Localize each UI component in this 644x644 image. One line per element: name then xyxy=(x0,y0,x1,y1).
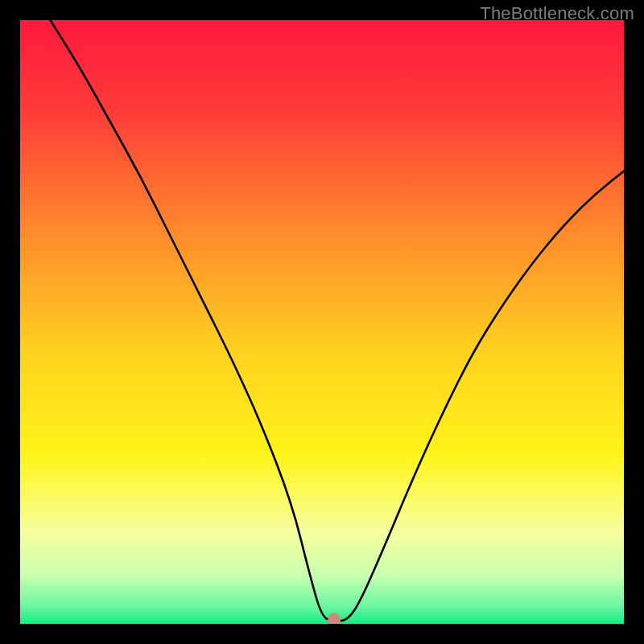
bottleneck-curve xyxy=(20,20,624,624)
optimal-point-marker xyxy=(328,613,341,624)
chart-frame: TheBottleneck.com xyxy=(0,0,644,644)
plot-area xyxy=(20,20,624,624)
watermark-text: TheBottleneck.com xyxy=(480,3,634,24)
